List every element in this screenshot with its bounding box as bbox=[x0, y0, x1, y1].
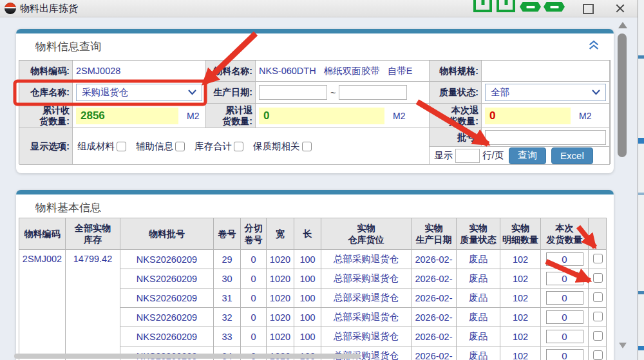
cell-total-stock: 14799.42 bbox=[66, 250, 120, 360]
ship-qty-input[interactable] bbox=[546, 252, 583, 266]
background-window-fragment bbox=[638, 55, 644, 59]
cell-slit: 0 bbox=[241, 289, 267, 308]
ship-qty-input[interactable] bbox=[546, 310, 583, 324]
cell-roll: 31 bbox=[214, 289, 241, 308]
option-label: 保质期相关 bbox=[253, 140, 300, 153]
cell-roll: 33 bbox=[214, 327, 241, 346]
quality-status-label: 质量状态: bbox=[430, 82, 482, 104]
cell-batch: NKS20260209 bbox=[120, 250, 214, 269]
batch-no-label: 批号: bbox=[430, 128, 482, 147]
close-button[interactable] bbox=[615, 3, 625, 14]
query-panel: 物料信息查询 物料编码: 2SMJ0028 物料名称: NKS-060DTH 棉… bbox=[16, 29, 614, 173]
cell-qty: 102 bbox=[500, 250, 541, 269]
aux-info-checkbox[interactable] bbox=[175, 142, 185, 151]
stock-total-checkbox[interactable] bbox=[234, 142, 243, 151]
row-select-checkbox[interactable] bbox=[593, 331, 603, 341]
window-title: 物料出库拣货 bbox=[20, 3, 78, 15]
material-code-label: 物料编码: bbox=[19, 61, 73, 82]
background-window-fragment bbox=[638, 193, 644, 195]
returned-qty-value: 0 bbox=[259, 108, 384, 124]
cell-length: 100 bbox=[294, 269, 321, 289]
col-length: 长 bbox=[294, 218, 321, 250]
cell-roll: 32 bbox=[214, 308, 241, 327]
query-form: 物料编码: 2SMJ0028 物料名称: NKS-060DTH 棉纸双面胶带 自… bbox=[19, 60, 611, 164]
current-return-qty-label: 本次退 货数量: bbox=[430, 104, 482, 128]
query-button[interactable]: 查询 bbox=[509, 147, 546, 164]
display-options-group: 组成材料 辅助信息 库存合计 保质期相关 bbox=[73, 128, 430, 165]
batch-no-input[interactable] bbox=[485, 130, 606, 145]
warehouse-select[interactable]: 采购退货仓 bbox=[76, 84, 202, 101]
quality-status-select[interactable]: 全部 bbox=[485, 84, 606, 101]
row-select-checkbox[interactable] bbox=[593, 312, 603, 321]
cell-location: 总部采购退货仓 bbox=[321, 327, 412, 346]
cell-batch: NKS20260209 bbox=[120, 269, 214, 289]
display-options-label: 显示选项: bbox=[19, 128, 73, 165]
cell-quality: 废品 bbox=[457, 269, 500, 289]
row-select-checkbox[interactable] bbox=[593, 254, 603, 263]
background-window-fragment bbox=[638, 138, 644, 144]
query-panel-title: 物料信息查询 bbox=[35, 39, 101, 54]
cell-roll: 29 bbox=[214, 250, 241, 269]
cell-location: 总部采购退货仓 bbox=[321, 289, 412, 308]
col-batch-no: 物料批号 bbox=[120, 218, 214, 250]
cell-qty: 102 bbox=[500, 327, 541, 346]
cell-date: 2026-02- bbox=[412, 289, 457, 308]
returned-qty-unit: M2 bbox=[393, 111, 405, 121]
shelf-life-checkbox[interactable] bbox=[302, 142, 312, 151]
cell-batch: NKS20260209 bbox=[120, 289, 214, 308]
option-label: 库存合计 bbox=[194, 140, 232, 153]
scrollbar-up-arrow[interactable] bbox=[618, 22, 627, 28]
clipboard-icon bbox=[497, 0, 515, 12]
page-size-prefix: 显示 bbox=[434, 149, 453, 162]
ship-qty-input[interactable] bbox=[546, 330, 583, 343]
cell-date: 2026-02- bbox=[412, 327, 457, 346]
material-spec-label: 物料规格: bbox=[430, 61, 482, 82]
background-window-fragment bbox=[638, 346, 644, 350]
chevron-down-icon bbox=[592, 90, 600, 95]
vertical-scrollbar-thumb[interactable] bbox=[618, 33, 627, 157]
row-select-checkbox[interactable] bbox=[593, 292, 603, 302]
row-select-checkbox[interactable] bbox=[593, 273, 603, 283]
option-compose-material: 组成材料 bbox=[77, 140, 126, 153]
warehouse-selected-value: 采购退货仓 bbox=[82, 86, 129, 99]
cell-quality: 废品 bbox=[457, 289, 500, 308]
col-material-code: 物料编码 bbox=[19, 218, 66, 250]
pagination-bar: 显示 行/页 查询 Excel bbox=[430, 147, 610, 165]
excel-button[interactable]: Excel bbox=[551, 147, 593, 164]
material-name-label: 物料名称: bbox=[206, 61, 256, 82]
row-select-checkbox[interactable] bbox=[593, 350, 603, 360]
production-date-label: 生产日期: bbox=[206, 82, 256, 104]
cell-batch: NKS20260209 bbox=[120, 327, 214, 346]
date-from-input[interactable] bbox=[259, 85, 327, 100]
compose-material-checkbox[interactable] bbox=[117, 142, 126, 151]
panel-accent-bar bbox=[16, 190, 614, 194]
cell-length: 100 bbox=[294, 289, 321, 308]
page-size-suffix: 行/页 bbox=[482, 149, 504, 162]
cell-qty: 102 bbox=[500, 346, 541, 360]
cell-roll: 30 bbox=[214, 269, 241, 289]
cell-qty: 102 bbox=[500, 269, 541, 289]
col-detail-qty: 实物 明细数量 bbox=[500, 218, 541, 250]
ship-qty-input[interactable] bbox=[546, 349, 583, 360]
tape-icon bbox=[544, 2, 565, 12]
ship-qty-input[interactable] bbox=[546, 272, 583, 285]
title-bar: 物料出库拣货 bbox=[0, 0, 644, 17]
scrollbar-down-arrow[interactable] bbox=[619, 343, 627, 348]
current-return-qty-value: 0 bbox=[485, 108, 571, 124]
maximize-button[interactable] bbox=[583, 4, 594, 14]
cell-date: 2026-02- bbox=[412, 308, 457, 327]
option-label: 组成材料 bbox=[77, 140, 115, 153]
detail-panel-title: 物料基本信息 bbox=[35, 200, 101, 215]
cell-location: 总部采购退货仓 bbox=[321, 269, 412, 289]
current-return-qty-unit: M2 bbox=[579, 111, 591, 121]
date-to-input[interactable] bbox=[339, 85, 407, 100]
table-row: 2SMJ002 14799.42 NKS20260209 29 0 1020 1… bbox=[19, 250, 607, 269]
col-width: 宽 bbox=[267, 218, 294, 250]
chevron-double-up-icon[interactable] bbox=[588, 40, 600, 50]
page-size-input[interactable] bbox=[455, 149, 480, 163]
material-spec-value bbox=[482, 61, 610, 82]
cell-batch: NKS20260209 bbox=[120, 308, 214, 327]
horizontal-scrollbar-thumb[interactable] bbox=[14, 354, 361, 359]
titlebar-toolbar-icons bbox=[473, 0, 567, 14]
ship-qty-input[interactable] bbox=[546, 291, 583, 305]
